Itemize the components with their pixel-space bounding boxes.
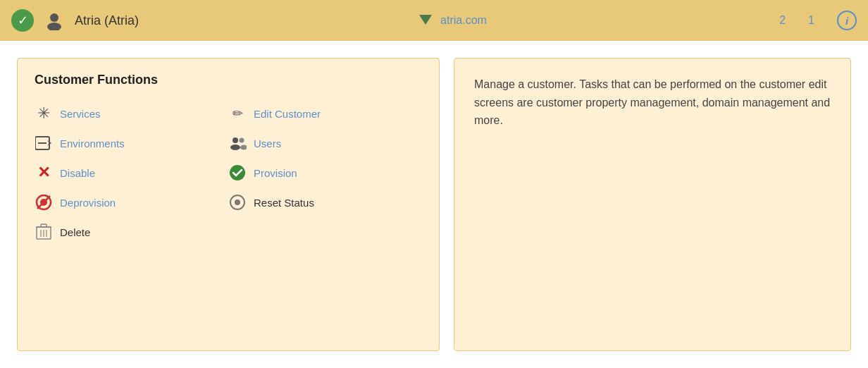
check-mark: ✓ <box>18 13 28 28</box>
x-icon: ✕ <box>35 164 53 182</box>
services-item[interactable]: ✳ Services <box>35 99 228 128</box>
account-title: Atria (Atria) <box>75 13 405 28</box>
check-circle-icon <box>228 164 247 182</box>
reset-status-item[interactable]: Reset Status <box>228 188 422 217</box>
trash-icon <box>35 223 53 241</box>
info-icon[interactable]: i <box>837 11 857 30</box>
reset-status-label: Reset Status <box>254 197 314 209</box>
edit-customer-item[interactable]: ✏ Edit Customer <box>228 99 422 128</box>
topbar: ✓ Atria (Atria) atria.com 2 1 i <box>0 0 868 41</box>
pencil-icon: ✏ <box>228 104 247 123</box>
status-check-icon: ✓ <box>11 9 34 32</box>
users-icon <box>228 134 247 152</box>
provision-link[interactable]: Provision <box>254 167 297 179</box>
svg-marker-2 <box>419 15 432 25</box>
deprovision-link[interactable]: Deprovision <box>60 197 116 209</box>
delete-item[interactable]: Delete <box>35 217 228 247</box>
svg-point-16 <box>230 145 240 150</box>
environments-link[interactable]: Environments <box>60 137 125 149</box>
functions-grid: ✳ Services Environments ✕ Dis <box>35 99 422 247</box>
customer-functions-box: Customer Functions ✳ Services <box>17 58 440 351</box>
dropdown-icon[interactable] <box>419 15 432 27</box>
users-item[interactable]: Users <box>228 128 422 158</box>
edit-customer-link[interactable]: Edit Customer <box>254 108 321 120</box>
asterisk-icon: ✳ <box>35 104 53 123</box>
info-text: Manage a customer. Tasks that can be per… <box>474 75 831 130</box>
box-title: Customer Functions <box>35 73 422 87</box>
svg-point-0 <box>50 13 58 22</box>
svg-point-1 <box>47 23 61 30</box>
svg-rect-11 <box>41 224 46 227</box>
provision-item[interactable]: Provision <box>228 158 422 188</box>
user-icon[interactable] <box>42 8 66 32</box>
svg-point-17 <box>240 138 244 143</box>
main-content: Customer Functions ✳ Services <box>0 41 868 368</box>
left-column: ✳ Services Environments ✕ Dis <box>35 99 228 247</box>
environments-item[interactable]: Environments <box>35 128 228 158</box>
delete-label: Delete <box>60 226 90 238</box>
svg-point-15 <box>232 137 238 143</box>
info-box: Manage a customer. Tasks that can be per… <box>454 58 851 351</box>
counter-2: 1 <box>808 14 814 27</box>
arrow-icon <box>35 134 53 152</box>
disable-item[interactable]: ✕ Disable <box>35 158 228 188</box>
svg-point-21 <box>235 200 240 205</box>
domain-label: atria.com <box>440 14 771 27</box>
ban-icon <box>35 193 53 211</box>
services-link[interactable]: Services <box>60 108 101 120</box>
users-link[interactable]: Users <box>254 137 281 149</box>
radio-icon <box>228 193 247 211</box>
svg-point-19 <box>230 165 245 180</box>
counter-1: 2 <box>779 14 786 27</box>
deprovision-item[interactable]: Deprovision <box>35 188 228 217</box>
svg-point-18 <box>240 145 247 150</box>
disable-link[interactable]: Disable <box>60 167 95 179</box>
right-column: ✏ Edit Customer Users <box>228 99 422 247</box>
info-letter: i <box>845 15 848 27</box>
